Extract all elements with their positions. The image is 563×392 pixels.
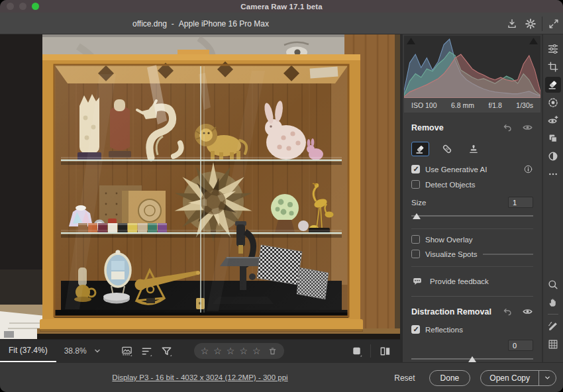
- histogram[interactable]: [404, 36, 540, 98]
- detect-objects-checkbox[interactable]: [411, 180, 420, 189]
- detect-objects-label: Detect Objects: [425, 181, 475, 189]
- remove-tool-heal[interactable]: [438, 142, 456, 156]
- fullscreen-button[interactable]: [544, 15, 563, 32]
- remove-visibility-toggle[interactable]: [522, 122, 533, 133]
- eye-icon: [522, 306, 533, 317]
- gear-icon: [525, 18, 537, 30]
- profiles-tool[interactable]: [545, 148, 561, 164]
- highlight-clipping-indicator[interactable]: [529, 38, 538, 44]
- reflections-slider[interactable]: [411, 354, 533, 362]
- done-button[interactable]: Done: [429, 370, 471, 386]
- filter-funnel-icon: [160, 345, 173, 358]
- before-after-button[interactable]: [376, 343, 393, 359]
- section-divider: [411, 228, 533, 229]
- remove-section: Remove Use: [403, 122, 542, 297]
- presets-tool[interactable]: [545, 130, 561, 146]
- delete-button[interactable]: [268, 346, 278, 356]
- filter-button[interactable]: [158, 343, 176, 359]
- star-icon[interactable]: ☆: [239, 346, 248, 356]
- grid-icon: [547, 338, 559, 350]
- reflections-slider-thumb[interactable]: [468, 356, 476, 362]
- feedback-bubble-icon: [411, 275, 423, 287]
- edit-panel: ISO 100 6.8 mm f/1.8 1/30s Remove: [403, 34, 542, 362]
- star-icon[interactable]: ☆: [227, 346, 235, 356]
- star-icon[interactable]: ☆: [213, 346, 222, 356]
- size-label: Size: [411, 199, 426, 207]
- magnifier-icon: [547, 279, 559, 291]
- image-info-link[interactable]: Display P3 - 16 bit - 4032 x 3024 (12.2M…: [112, 373, 287, 381]
- masking-tool[interactable]: [545, 95, 561, 111]
- generative-ai-info-button[interactable]: [523, 164, 533, 174]
- export-button[interactable]: [503, 15, 521, 32]
- close-window-button[interactable]: [7, 3, 14, 10]
- topbar: office.dng - Apple iPhone 16 Pro Max: [0, 13, 563, 34]
- single-view-button[interactable]: [348, 343, 365, 359]
- eye-icon: [522, 122, 533, 133]
- reflections-label: Reflections: [425, 326, 463, 334]
- reflections-amount-field[interactable]: 0: [508, 340, 533, 351]
- straighten-tool[interactable]: [545, 318, 561, 334]
- exif-aperture: f/1.8: [488, 101, 501, 109]
- zoom-dropdown-button[interactable]: [93, 347, 101, 355]
- remove-feedback-button[interactable]: Provide feedback: [411, 275, 533, 287]
- reset-button[interactable]: Reset: [390, 371, 419, 385]
- camera-raw-window: Camera Raw 17.1 beta office.dng - Apple …: [0, 0, 563, 392]
- trash-icon: [268, 346, 278, 356]
- crop-tool[interactable]: [545, 59, 561, 75]
- grid-overlay-tool[interactable]: [545, 336, 561, 352]
- visualize-spots-checkbox[interactable]: [411, 250, 420, 258]
- minimize-window-button[interactable]: [19, 3, 26, 10]
- bandaid-icon: [441, 143, 453, 155]
- hand-tool[interactable]: [545, 295, 561, 311]
- masking-dotted-circle-icon: [547, 97, 559, 109]
- reflections-amount-row: 0: [411, 340, 533, 351]
- distraction-undo-button[interactable]: [502, 306, 513, 317]
- open-copy-dropdown[interactable]: [539, 371, 556, 385]
- star-icon[interactable]: ☆: [252, 346, 261, 356]
- remove-title: Remove: [411, 123, 493, 132]
- tool-strip: [543, 34, 563, 362]
- red-eye-tool[interactable]: [545, 113, 561, 128]
- photo-canvas[interactable]: [0, 34, 400, 339]
- zoom-window-button[interactable]: [32, 3, 39, 10]
- zoom-tool[interactable]: [545, 277, 561, 293]
- size-slider[interactable]: [411, 211, 533, 220]
- download-icon: [506, 18, 518, 30]
- shadow-clipping-indicator[interactable]: [407, 38, 415, 44]
- size-slider-thumb[interactable]: [413, 213, 421, 219]
- red-eye-icon: [547, 115, 559, 126]
- open-copy-button[interactable]: Open Copy: [480, 370, 556, 386]
- edit-adjustments-tool[interactable]: [545, 41, 561, 57]
- reflections-row: Reflections: [411, 325, 533, 334]
- use-generative-ai-row: Use Generative AI: [411, 164, 533, 174]
- size-value-field[interactable]: 1: [508, 197, 533, 208]
- status-bar: Display P3 - 16 bit - 4032 x 3024 (12.2M…: [0, 362, 563, 392]
- remove-tool-clone[interactable]: [464, 142, 482, 156]
- sort-order-button[interactable]: [138, 343, 156, 359]
- settings-button[interactable]: [521, 15, 540, 32]
- file-title: office.dng - Apple iPhone 16 Pro Max: [132, 13, 269, 34]
- more-tools-button[interactable]: [545, 166, 561, 182]
- remove-tool[interactable]: [545, 77, 561, 93]
- camera-name: Apple iPhone 16 Pro Max: [179, 19, 269, 28]
- remove-tool-eraser[interactable]: [411, 142, 429, 156]
- use-generative-ai-checkbox[interactable]: [411, 165, 420, 173]
- remove-undo-button[interactable]: [502, 122, 513, 133]
- section-divider: [411, 266, 533, 267]
- open-copy-label: Open Copy: [481, 371, 538, 385]
- exif-shutter: 1/30s: [516, 101, 533, 109]
- toolbar-divider: [370, 344, 371, 358]
- filmstrip-view-button[interactable]: [119, 343, 136, 359]
- show-overlay-checkbox[interactable]: [411, 235, 420, 244]
- distraction-removal-section: Distraction Removal Reflections 0: [403, 306, 542, 362]
- eraser-icon: [415, 144, 426, 155]
- rating-pill: ☆ ☆ ☆ ☆ ☆: [194, 343, 284, 359]
- distraction-visibility-toggle[interactable]: [522, 306, 533, 317]
- visualize-spots-slider[interactable]: [483, 254, 533, 255]
- crop-icon: [547, 61, 559, 73]
- reflections-checkbox[interactable]: [411, 325, 420, 334]
- clone-stamp-icon: [468, 143, 480, 155]
- star-icon[interactable]: ☆: [201, 346, 209, 356]
- zoom-level-label[interactable]: 38.8%: [64, 346, 87, 356]
- fit-zoom-tab[interactable]: Fit (37.4%): [0, 340, 56, 362]
